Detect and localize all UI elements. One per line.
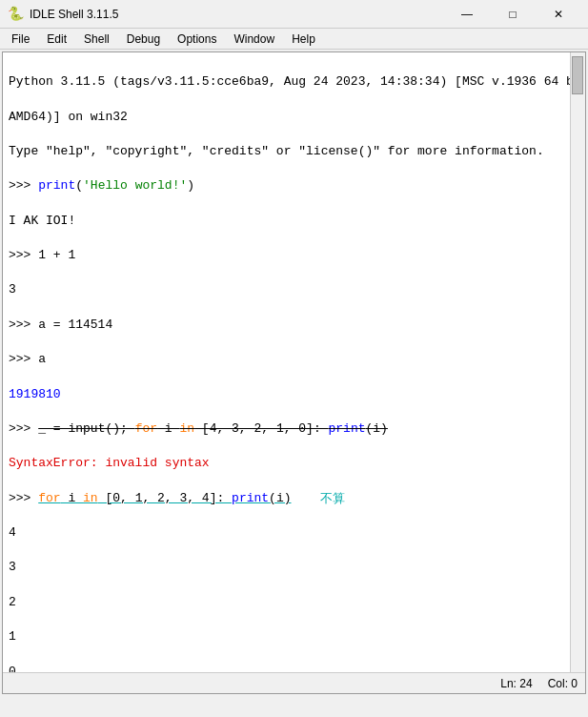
prompt-1: >>> print('Hello world!') bbox=[9, 177, 579, 195]
ln-status: Ln: 24 bbox=[500, 677, 532, 690]
prompt-4: >>> a bbox=[9, 351, 579, 368]
output-add: 3 bbox=[9, 281, 579, 298]
menu-edit[interactable]: Edit bbox=[39, 31, 74, 48]
col-status: Col: 0 bbox=[548, 677, 578, 690]
title-bar: 🐍 IDLE Shell 3.11.5 — □ ✕ bbox=[0, 0, 588, 29]
menu-file[interactable]: File bbox=[4, 31, 37, 48]
maximize-button[interactable]: □ bbox=[491, 0, 535, 29]
output-a: 1919810 bbox=[9, 386, 579, 403]
output-6-2: 2 bbox=[9, 594, 579, 611]
title-bar-controls: — □ ✕ bbox=[445, 0, 580, 29]
prompt-6: >>> for i in [0, 1, 2, 3, 4]: print(i)不算 bbox=[9, 490, 579, 507]
prompt-5: >>> _ = input(); for i in [4, 3, 2, 1, 0… bbox=[9, 420, 579, 438]
status-bar: Ln: 24 Col: 0 bbox=[3, 672, 585, 693]
menu-debug[interactable]: Debug bbox=[119, 31, 168, 48]
menu-window[interactable]: Window bbox=[226, 31, 282, 48]
output-6-4: 4 bbox=[9, 524, 579, 542]
menu-shell[interactable]: Shell bbox=[76, 31, 117, 48]
prompt-3: >>> a = 114514 bbox=[9, 317, 579, 334]
output-hello: I AK IOI! bbox=[9, 213, 579, 230]
header-line-2: AMD64)] on win32 bbox=[9, 109, 579, 126]
output-6-1: 1 bbox=[9, 628, 579, 645]
scrollbar-vertical[interactable] bbox=[570, 52, 585, 672]
window-title: IDLE Shell 3.11.5 bbox=[30, 8, 118, 21]
header-line-1: Python 3.11.5 (tags/v3.11.5:cce6ba9, Aug… bbox=[9, 73, 579, 91]
menu-options[interactable]: Options bbox=[170, 31, 224, 48]
scrollbar-thumb[interactable] bbox=[572, 56, 583, 94]
minimize-button[interactable]: — bbox=[445, 0, 489, 29]
menu-bar: File Edit Shell Debug Options Window Hel… bbox=[0, 29, 588, 50]
title-bar-left: 🐍 IDLE Shell 3.11.5 bbox=[8, 6, 118, 22]
menu-help[interactable]: Help bbox=[284, 31, 323, 48]
close-button[interactable]: ✕ bbox=[537, 0, 580, 29]
output-6-3: 3 bbox=[9, 559, 579, 576]
shell-content: Python 3.11.5 (tags/v3.11.5:cce6ba9, Aug… bbox=[3, 52, 585, 694]
header-line-3: Type "help", "copyright", "credits" or "… bbox=[9, 143, 579, 160]
app-icon: 🐍 bbox=[8, 6, 24, 22]
syntax-error: SyntaxError: invalid syntax bbox=[9, 455, 579, 472]
shell-area[interactable]: Python 3.11.5 (tags/v3.11.5:cce6ba9, Aug… bbox=[2, 51, 586, 694]
prompt-2: >>> 1 + 1 bbox=[9, 247, 579, 264]
